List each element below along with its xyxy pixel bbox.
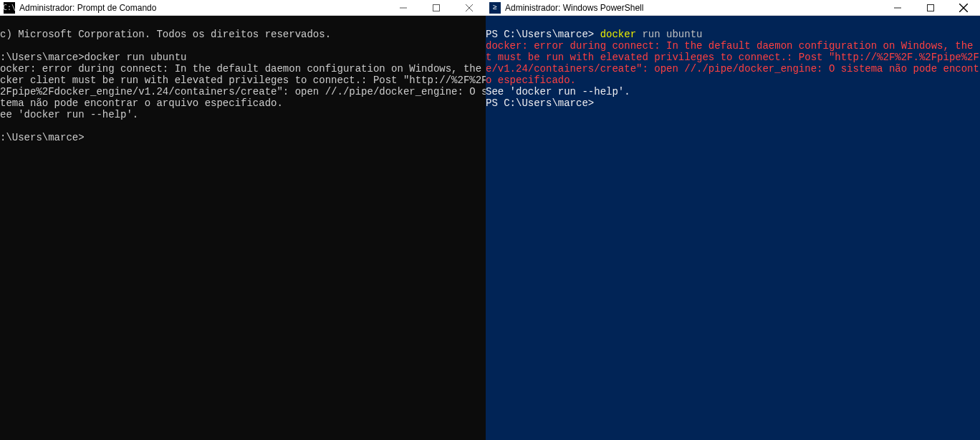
- cmd-window: C:\ Administrador: Prompt de Comando c) …: [0, 0, 486, 440]
- cmd-line: ee 'docker run --help'.: [0, 109, 138, 120]
- ps-output-line: See 'docker run --help'.: [486, 86, 630, 97]
- ps-window-controls: [881, 0, 980, 15]
- cmd-line: :\Users\marce>docker run ubuntu: [0, 52, 186, 63]
- ps-title-text: Administrador: Windows PowerShell: [505, 3, 881, 13]
- ps-command-docker: docker: [600, 29, 643, 40]
- cmd-icon: C:\: [4, 2, 15, 14]
- close-button[interactable]: [947, 0, 980, 15]
- cmd-line: cker client must be run with elevated pr…: [0, 75, 486, 86]
- ps-error-line: t must be run with elevated privileges t…: [486, 52, 980, 63]
- ps-titlebar[interactable]: ≥ Administrador: Windows PowerShell: [486, 0, 980, 16]
- powershell-icon: ≥: [489, 2, 501, 14]
- ps-error-line: o especificado.: [486, 75, 576, 86]
- maximize-button[interactable]: [420, 0, 453, 15]
- powershell-window: ≥ Administrador: Windows PowerShell PS C…: [486, 0, 980, 440]
- cmd-window-controls: [387, 0, 486, 15]
- ps-prompt: PS C:\Users\marce>: [486, 97, 594, 109]
- ps-command-args: run ubuntu: [642, 29, 702, 40]
- ps-error-line: e/v1.24/containers/create": open //./pip…: [486, 63, 980, 75]
- cmd-prompt: :\Users\marce>: [0, 132, 85, 143]
- close-button[interactable]: [453, 0, 486, 15]
- ps-prompt-line: PS C:\Users\marce> docker run ubuntu: [486, 29, 702, 40]
- minimize-button[interactable]: [387, 0, 420, 15]
- ps-error-line: docker: error during connect: In the def…: [486, 40, 980, 52]
- cmd-terminal[interactable]: c) Microsoft Corporation. Todos os direi…: [0, 16, 486, 440]
- cmd-title-text: Administrador: Prompt de Comando: [19, 3, 387, 13]
- cmd-line: 2Fpipe%2Fdocker_engine/v1.24/containers/…: [0, 86, 486, 97]
- ps-terminal[interactable]: PS C:\Users\marce> docker run ubuntu doc…: [486, 16, 980, 440]
- cmd-titlebar[interactable]: C:\ Administrador: Prompt de Comando: [0, 0, 486, 16]
- cmd-line: ocker: error during connect: In the defa…: [0, 63, 486, 75]
- svg-rect-5: [928, 4, 934, 11]
- cmd-line: tema não pode encontrar o arquivo especi…: [0, 97, 283, 109]
- minimize-button[interactable]: [881, 0, 914, 15]
- maximize-button[interactable]: [914, 0, 947, 15]
- ps-prompt-prefix: PS C:\Users\marce>: [486, 29, 600, 40]
- svg-rect-1: [433, 4, 440, 11]
- cmd-line: c) Microsoft Corporation. Todos os direi…: [0, 29, 331, 40]
